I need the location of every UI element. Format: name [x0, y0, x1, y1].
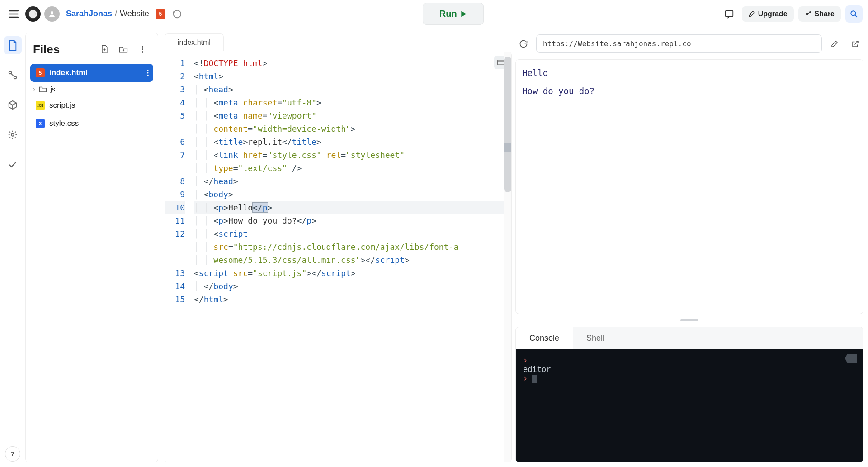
- console-panel: ConsoleShell › editor›: [515, 327, 863, 462]
- new-folder-icon[interactable]: [115, 41, 132, 57]
- new-file-icon[interactable]: [96, 41, 113, 57]
- svg-point-8: [142, 46, 143, 48]
- file-more-icon[interactable]: [147, 70, 149, 76]
- run-button[interactable]: Run: [423, 3, 484, 25]
- file-item[interactable]: JSscript.js: [30, 96, 153, 114]
- console-tab[interactable]: Console: [516, 327, 573, 349]
- breadcrumb: SarahJonas / Website: [66, 9, 149, 19]
- chevron-right-icon: ›: [33, 86, 35, 93]
- avatar[interactable]: [44, 6, 60, 22]
- header: SarahJonas / Website 5 Run Upgrade Share: [0, 0, 868, 28]
- code-editor[interactable]: 12345 67 89101112 131415 <!DOCTYPE html>…: [165, 52, 512, 462]
- console-tab[interactable]: Shell: [573, 327, 618, 349]
- code-content[interactable]: <!DOCTYPE html><html>│ <head>│ │ <meta c…: [190, 52, 511, 462]
- svg-point-4: [851, 11, 856, 16]
- play-icon: [461, 10, 467, 18]
- line-gutter: 12345 67 89101112 131415: [165, 52, 190, 462]
- svg-point-0: [51, 11, 53, 14]
- svg-rect-14: [498, 60, 504, 65]
- scrollbar-marker: [504, 143, 511, 152]
- open-external-icon[interactable]: [847, 36, 863, 52]
- preview-frame: HelloHow do you do?: [515, 59, 863, 314]
- sidebar-settings-icon[interactable]: [4, 126, 22, 144]
- svg-point-9: [142, 48, 143, 50]
- rocket-icon: [748, 10, 755, 18]
- sidebar-nav: ?: [0, 28, 25, 467]
- svg-point-13: [147, 75, 148, 76]
- editor-tab[interactable]: index.html: [165, 33, 224, 51]
- help-button[interactable]: ?: [5, 446, 20, 462]
- html5-badge-icon: 5: [156, 9, 165, 19]
- breadcrumb-project[interactable]: Website: [120, 9, 149, 19]
- scrollbar-thumb[interactable]: [504, 57, 511, 192]
- upgrade-button[interactable]: Upgrade: [742, 6, 794, 22]
- files-panel: Files 5index.html›jsJSscript.js3style.cs…: [25, 33, 158, 462]
- preview-header: [515, 33, 863, 55]
- share-button[interactable]: Share: [798, 6, 841, 22]
- backspace-icon[interactable]: [845, 354, 857, 363]
- file-name: index.html: [49, 68, 88, 77]
- js-file-icon: JS: [36, 101, 45, 110]
- editor-scrollbar[interactable]: [504, 52, 511, 462]
- breadcrumb-separator: /: [115, 9, 117, 19]
- file-item[interactable]: 3style.css: [30, 114, 153, 133]
- breadcrumb-user[interactable]: SarahJonas: [66, 9, 112, 19]
- menu-icon[interactable]: [5, 6, 22, 22]
- sidebar-packages-icon[interactable]: [4, 96, 22, 114]
- upgrade-label: Upgrade: [758, 10, 788, 18]
- svg-point-12: [147, 72, 148, 73]
- file-name: style.css: [49, 119, 79, 128]
- run-button-label: Run: [439, 9, 457, 19]
- pane-splitter[interactable]: [515, 319, 863, 322]
- svg-rect-1: [725, 10, 733, 16]
- refresh-icon[interactable]: [515, 36, 532, 52]
- sidebar-files-icon[interactable]: [4, 36, 22, 54]
- preview-url-input[interactable]: [536, 34, 822, 53]
- edit-url-icon[interactable]: [826, 36, 843, 52]
- editor-panel: index.html 12345 67 89101112 131415 <!DO…: [165, 33, 512, 462]
- sidebar-version-control-icon[interactable]: [4, 66, 22, 84]
- preview-text: Hello: [522, 68, 857, 78]
- files-more-icon[interactable]: [134, 41, 151, 57]
- console-tabs: ConsoleShell: [516, 327, 863, 349]
- svg-point-7: [11, 133, 14, 136]
- sidebar-check-icon[interactable]: [4, 156, 22, 174]
- svg-point-11: [147, 70, 148, 71]
- folder-icon: [39, 86, 47, 93]
- share-icon: [805, 10, 812, 18]
- console-line: editor: [523, 365, 856, 374]
- search-button[interactable]: [845, 5, 863, 23]
- chat-icon[interactable]: [721, 6, 737, 22]
- search-icon: [850, 10, 858, 18]
- files-title: Files: [33, 43, 60, 57]
- replit-logo-icon[interactable]: [25, 6, 41, 22]
- file-item[interactable]: 5index.html: [30, 64, 153, 82]
- css-file-icon: 3: [36, 119, 45, 128]
- folder-item[interactable]: ›js: [30, 82, 153, 96]
- file-name: script.js: [49, 101, 75, 110]
- history-icon[interactable]: [169, 6, 185, 22]
- svg-point-10: [142, 51, 143, 53]
- console-body[interactable]: › editor›: [516, 349, 863, 462]
- share-label: Share: [815, 10, 835, 18]
- html5-file-icon: 5: [36, 68, 45, 77]
- preview-text: How do you do?: [522, 86, 857, 96]
- folder-name: js: [51, 86, 55, 93]
